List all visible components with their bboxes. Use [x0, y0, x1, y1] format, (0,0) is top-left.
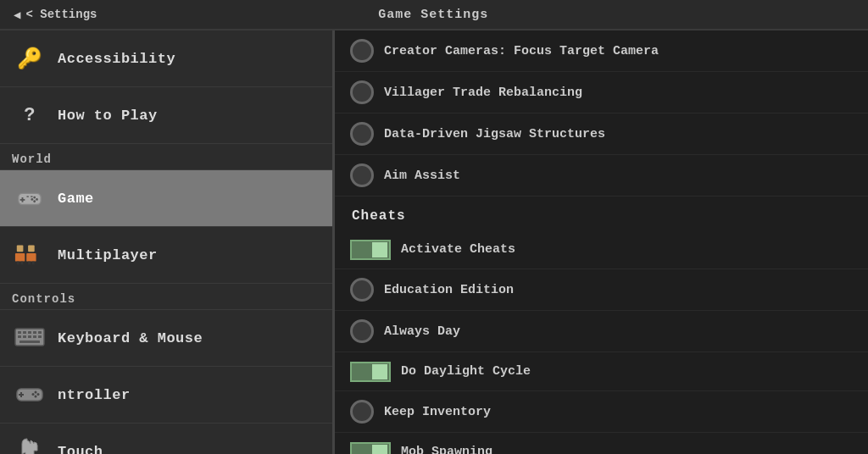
sidebar: 🔑 Accessibility ? How to Play World [0, 30, 335, 454]
svg-rect-28 [19, 340, 40, 343]
multiplayer-icon [14, 239, 46, 271]
sidebar-item-how-to-play[interactable]: ? How to Play [0, 87, 332, 144]
back-button[interactable]: ◀ < Settings [14, 8, 97, 22]
svg-rect-25 [28, 335, 31, 338]
page-title: Game Settings [378, 8, 488, 22]
svg-point-6 [31, 198, 33, 201]
keyboard-icon [14, 322, 46, 354]
section-controls: Controls [0, 284, 332, 310]
setting-row-aim-assist[interactable]: Aim Assist [335, 155, 868, 197]
gamepad-icon [14, 182, 46, 214]
sidebar-item-multiplayer[interactable]: Multiplayer [0, 227, 332, 284]
setting-row-education-edition[interactable]: Education Edition [335, 269, 868, 311]
svg-rect-12 [21, 262, 24, 265]
sidebar-label-multiplayer: Multiplayer [58, 247, 158, 263]
label-keep-inventory: Keep Inventory [384, 405, 491, 419]
svg-rect-23 [18, 335, 21, 338]
svg-rect-9 [17, 246, 24, 252]
label-aim-assist: Aim Assist [384, 169, 460, 183]
toggle-education-edition[interactable] [350, 278, 374, 302]
setting-row-data-driven[interactable]: Data-Driven Jigsaw Structures [335, 114, 868, 155]
svg-point-4 [36, 198, 38, 201]
svg-rect-13 [28, 246, 35, 252]
section-world: World [0, 144, 332, 170]
svg-rect-27 [38, 335, 42, 338]
svg-rect-20 [28, 331, 31, 334]
toggle-do-daylight-cycle[interactable] [350, 362, 391, 382]
touch-icon [14, 435, 46, 454]
svg-rect-22 [38, 331, 42, 334]
svg-point-3 [33, 197, 36, 199]
svg-rect-31 [19, 394, 24, 396]
label-data-driven: Data-Driven Jigsaw Structures [384, 127, 605, 141]
toggle-keep-inventory[interactable] [350, 400, 374, 424]
svg-rect-18 [18, 331, 21, 334]
setting-row-mob-spawning[interactable]: Mob Spawning [335, 433, 868, 454]
app-header: ◀ < Settings Game Settings [0, 0, 868, 30]
sidebar-label-controller: ntroller [58, 387, 131, 403]
toggle-data-driven[interactable] [350, 122, 374, 146]
setting-row-activate-cheats[interactable]: Activate Cheats [335, 230, 868, 269]
toggle-always-day[interactable] [350, 319, 374, 343]
svg-point-5 [33, 200, 36, 202]
cheats-section-header: Cheats [335, 197, 868, 230]
sidebar-item-touch[interactable]: Touch [0, 424, 332, 454]
svg-rect-21 [33, 331, 36, 334]
sidebar-label-accessibility: Accessibility [58, 51, 175, 67]
toggle-villager-trade[interactable] [350, 80, 374, 104]
sidebar-label-keyboard-mouse: Keyboard & Mouse [58, 330, 203, 346]
setting-row-creator-cameras[interactable]: Creator Cameras: Focus Target Camera [335, 30, 868, 72]
svg-point-35 [32, 393, 35, 396]
svg-rect-7 [26, 196, 29, 197]
toggle-mob-spawning[interactable] [350, 442, 391, 455]
svg-rect-16 [32, 262, 35, 265]
back-arrow-icon: ◀ [14, 8, 20, 22]
toggle-creator-cameras[interactable] [350, 39, 374, 63]
sidebar-label-game: Game [58, 191, 94, 207]
svg-rect-26 [33, 335, 36, 338]
sidebar-label-touch: Touch [58, 444, 103, 455]
svg-point-32 [35, 391, 37, 394]
toggle-aim-assist[interactable] [350, 163, 374, 187]
key-icon: 🔑 [14, 42, 46, 75]
content-panel: Creator Cameras: Focus Target CameraVill… [335, 30, 868, 454]
svg-rect-15 [28, 262, 31, 265]
sidebar-item-keyboard-mouse[interactable]: Keyboard & Mouse [0, 310, 332, 367]
svg-rect-14 [26, 253, 36, 262]
question-icon: ? [14, 99, 46, 131]
setting-row-do-daylight-cycle[interactable]: Do Daylight Cycle [335, 352, 868, 391]
sidebar-label-how-to-play: How to Play [58, 108, 158, 124]
svg-rect-10 [15, 253, 25, 262]
svg-rect-11 [17, 262, 19, 265]
label-creator-cameras: Creator Cameras: Focus Target Camera [384, 44, 659, 58]
svg-point-33 [37, 393, 40, 396]
svg-rect-8 [31, 196, 33, 197]
experiment-list: Creator Cameras: Focus Target CameraVill… [335, 30, 868, 197]
toggle-activate-cheats[interactable] [350, 240, 391, 260]
sidebar-item-controller[interactable]: ntroller [0, 367, 332, 424]
label-activate-cheats: Activate Cheats [401, 242, 515, 257]
svg-point-34 [35, 396, 37, 398]
label-mob-spawning: Mob Spawning [401, 445, 492, 454]
main-layout: 🔑 Accessibility ? How to Play World [0, 30, 868, 454]
controller-icon [14, 379, 46, 411]
sidebar-item-game[interactable]: Game [0, 170, 332, 227]
svg-rect-19 [23, 331, 26, 334]
setting-row-villager-trade[interactable]: Villager Trade Rebalancing [335, 72, 868, 114]
label-villager-trade: Villager Trade Rebalancing [384, 86, 582, 100]
back-label: < Settings [25, 8, 97, 21]
sidebar-item-accessibility[interactable]: 🔑 Accessibility [0, 30, 332, 87]
label-do-daylight-cycle: Do Daylight Cycle [401, 364, 531, 379]
setting-row-keep-inventory[interactable]: Keep Inventory [335, 391, 868, 433]
label-education-edition: Education Edition [384, 283, 514, 297]
svg-rect-2 [20, 199, 25, 201]
label-always-day: Always Day [384, 324, 460, 339]
svg-rect-24 [23, 335, 26, 338]
cheat-list: Activate CheatsEducation EditionAlways D… [335, 230, 868, 454]
setting-row-always-day[interactable]: Always Day [335, 311, 868, 352]
